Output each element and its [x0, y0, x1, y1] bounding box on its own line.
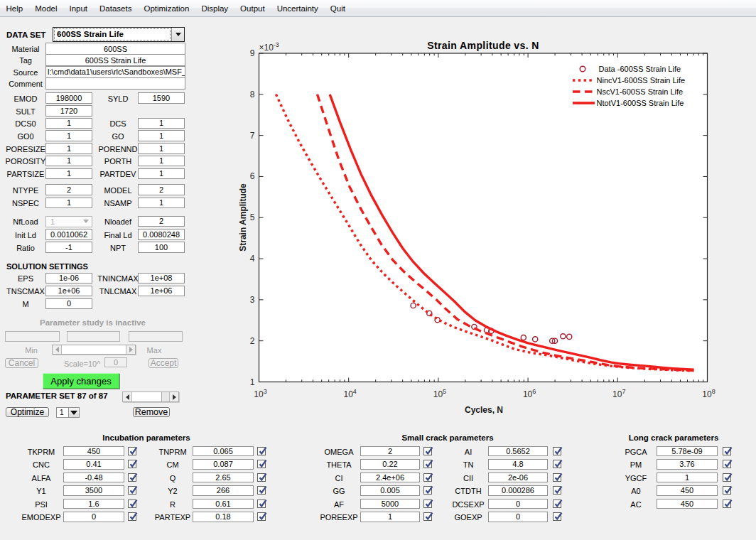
opt-param-checkbox-gg[interactable] [423, 486, 432, 495]
opt-param-checkbox-tkprm[interactable] [128, 447, 136, 455]
opt-param-checkbox-psi[interactable] [128, 500, 136, 508]
param-field-ratio[interactable]: -1 [45, 242, 92, 253]
opt-param-field-omega[interactable]: 2 [360, 446, 420, 457]
opt-param-checkbox-theta[interactable] [423, 460, 432, 468]
opt-param-field-pgca[interactable]: 5.78e-09 [657, 446, 718, 457]
param-field-dcs[interactable]: 1 [138, 118, 185, 129]
opt-param-checkbox-tnprm[interactable] [257, 447, 266, 455]
param-field-ntype[interactable]: 2 [45, 184, 92, 195]
param-study-slider[interactable] [52, 345, 136, 355]
opt-param-field-theta[interactable]: 0.22 [360, 459, 420, 470]
param-study-slider-thumb[interactable] [62, 345, 126, 354]
param-field-sult[interactable]: 1720 [45, 105, 92, 117]
parameter-set-slider-thumb[interactable] [132, 392, 162, 401]
parameter-set-slider[interactable] [122, 392, 179, 402]
menu-item-uncertainty[interactable]: Uncertainty [271, 1, 324, 16]
menu-item-model[interactable]: Model [29, 1, 63, 16]
param-field-eps[interactable]: 1e-06 [45, 273, 92, 284]
menu-item-input[interactable]: Input [63, 1, 94, 16]
cancel-button[interactable]: Cancel [5, 358, 38, 368]
opt-param-checkbox-q[interactable] [257, 473, 266, 482]
remove-button[interactable]: Remove [133, 407, 170, 417]
opt-param-field-cnc[interactable]: 0.41 [63, 459, 124, 470]
dataset-combobox-arrow-button[interactable] [171, 28, 184, 41]
param-field-dcs0[interactable]: 1 [45, 118, 92, 129]
param-field-porth[interactable]: 1 [138, 156, 185, 167]
optimize-button[interactable]: Optimize [6, 407, 49, 417]
opt-param-checkbox-a0[interactable] [723, 486, 731, 495]
opt-param-checkbox-pm[interactable] [723, 460, 731, 468]
accept-button[interactable]: Accept [148, 358, 178, 368]
param-field-init-ld[interactable]: 0.0010062 [45, 229, 92, 240]
menu-item-output[interactable]: Output [234, 1, 271, 16]
opt-param-field-y2[interactable]: 266 [193, 485, 254, 496]
menu-item-optimization[interactable]: Optimization [138, 1, 195, 16]
opt-param-field-partexp[interactable]: 0.18 [193, 512, 254, 522]
opt-param-checkbox-af[interactable] [423, 500, 432, 508]
slider-left-arrow-icon[interactable] [53, 345, 62, 354]
optimize-count-dropdown[interactable]: 1 [56, 407, 80, 418]
menu-item-datasets[interactable]: Datasets [94, 1, 138, 16]
opt-param-checkbox-y1[interactable] [128, 486, 136, 495]
param-field-poresize[interactable]: 1 [45, 143, 92, 154]
opt-param-checkbox-poreexp[interactable] [423, 512, 432, 521]
opt-param-field-alfa[interactable]: -0.48 [63, 472, 124, 483]
opt-param-field-y1[interactable]: 3500 [63, 485, 124, 496]
param-field-model[interactable]: 2 [138, 184, 185, 195]
slider-right-arrow-icon[interactable] [169, 392, 178, 401]
opt-param-checkbox-partexp[interactable] [257, 512, 266, 521]
param-field-go[interactable]: 1 [138, 130, 185, 141]
opt-param-field-cm[interactable]: 0.087 [193, 459, 254, 470]
opt-param-field-cii[interactable]: 2e-06 [488, 472, 548, 483]
param-field-porennd[interactable]: 1 [138, 143, 185, 154]
opt-param-checkbox-ci[interactable] [423, 473, 432, 482]
param-field-emod[interactable]: 198000 [45, 92, 92, 104]
opt-param-field-ai[interactable]: 0.5652 [488, 446, 548, 457]
opt-param-field-tn[interactable]: 4.8 [488, 459, 548, 470]
info-field-material[interactable]: 600SS [45, 43, 185, 55]
apply-changes-button[interactable]: Apply changes [43, 373, 119, 389]
opt-param-checkbox-r[interactable] [257, 500, 266, 508]
opt-param-field-ctdth[interactable]: 0.000286 [488, 485, 548, 496]
opt-param-field-emodexp[interactable]: 0 [63, 512, 124, 522]
optimize-count-arrow-button[interactable] [68, 408, 79, 417]
param-field-nsamp[interactable]: 1 [138, 198, 185, 209]
opt-param-field-q[interactable]: 2.65 [193, 472, 254, 483]
opt-param-checkbox-ac[interactable] [723, 500, 731, 508]
opt-param-checkbox-y2[interactable] [257, 486, 266, 495]
opt-param-field-dcsexp[interactable]: 0 [488, 499, 548, 509]
info-field-comment[interactable] [45, 77, 185, 90]
parameter-set-slider-track[interactable] [162, 392, 169, 401]
opt-param-field-goexp[interactable]: 0 [488, 512, 548, 522]
scale-field[interactable]: 0 [104, 357, 127, 367]
opt-param-checkbox-alfa[interactable] [128, 473, 136, 482]
opt-param-field-af[interactable]: 5000 [360, 499, 420, 509]
param-study-field-3[interactable] [129, 331, 183, 342]
slider-left-arrow-icon[interactable] [123, 392, 132, 401]
opt-param-checkbox-ctdth[interactable] [553, 486, 561, 495]
param-field-m[interactable]: 0 [45, 298, 92, 310]
opt-param-checkbox-pgca[interactable] [723, 447, 731, 455]
opt-param-field-a0[interactable]: 450 [657, 485, 718, 496]
opt-param-field-psi[interactable]: 1.6 [63, 499, 124, 509]
opt-param-field-ac[interactable]: 450 [657, 499, 718, 509]
opt-param-checkbox-cm[interactable] [257, 460, 266, 468]
opt-param-checkbox-emodexp[interactable] [128, 512, 136, 521]
opt-param-field-ygcf[interactable]: 1 [657, 472, 718, 483]
opt-param-checkbox-omega[interactable] [423, 447, 432, 455]
opt-param-checkbox-cnc[interactable] [128, 460, 136, 468]
menu-item-help[interactable]: Help [0, 1, 29, 16]
param-field-nspec[interactable]: 1 [45, 198, 92, 209]
param-study-field-2[interactable] [67, 331, 120, 342]
param-field-npt[interactable]: 100 [138, 242, 185, 253]
opt-param-field-gg[interactable]: 0.005 [360, 485, 420, 496]
info-field-tag[interactable]: 600SS Strain Life [45, 54, 185, 66]
param-field-syld[interactable]: 1590 [138, 92, 185, 104]
opt-param-checkbox-tn[interactable] [553, 460, 561, 468]
dataset-combobox[interactable]: 600SS Strain Life [53, 27, 185, 42]
param-dropdown-nfload[interactable]: 1 [45, 216, 92, 228]
param-field-go0[interactable]: 1 [45, 130, 92, 141]
param-field-tnscmax[interactable]: 1e+06 [45, 286, 92, 297]
opt-param-field-tnprm[interactable]: 0.065 [193, 446, 254, 457]
opt-param-field-ci[interactable]: 2.4e+06 [360, 472, 420, 483]
